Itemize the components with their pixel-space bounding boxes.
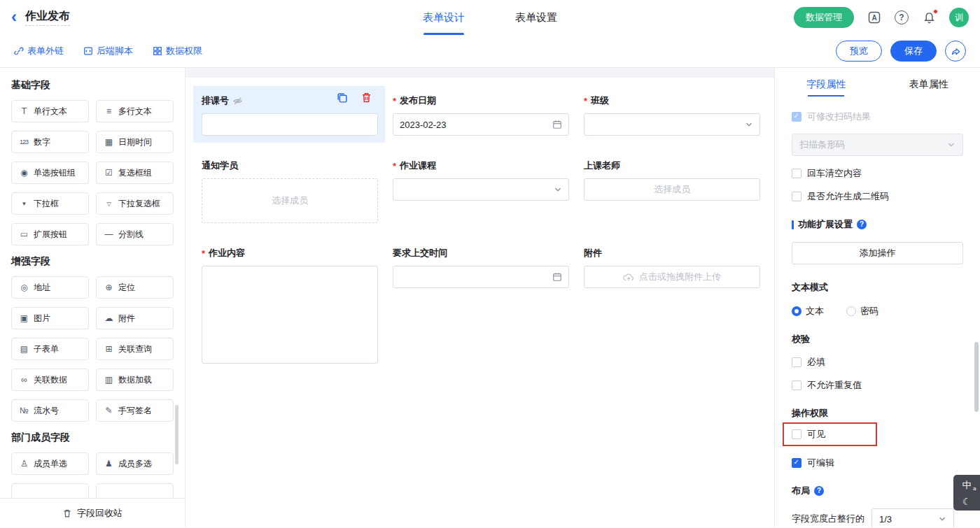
form-designer-app: ‹ 作业发布 表单设计 表单设置 数据管理 A ? 训 表单外链 [0, 0, 980, 528]
sidebar-item-label: 扩展按钮 [34, 229, 67, 241]
sidebar-item-related-data[interactable]: ∞关联数据 [11, 369, 89, 391]
add-operation-button[interactable]: 添加操作 [792, 242, 963, 264]
field-course-schedule-no[interactable]: 排课号 [202, 94, 378, 136]
input-placeholder: 选择成员 [272, 194, 308, 207]
section-title: 布局 [792, 485, 810, 497]
option-visible: 可见 [792, 428, 869, 441]
sidebar-item-address[interactable]: ◎地址 [11, 276, 89, 299]
section-title: 文本模式 [792, 281, 828, 294]
checkbox-editable[interactable] [792, 458, 802, 468]
tab-form-design[interactable]: 表单设计 [423, 0, 465, 35]
grid-icon [153, 46, 162, 56]
form-external-link[interactable]: 表单外链 [14, 45, 64, 57]
field-label: 排课号 [202, 94, 229, 107]
sidebar-item-radio-group[interactable]: ◉单选按钮组 [11, 162, 89, 184]
page-title[interactable]: 作业发布 [25, 9, 70, 26]
checkbox-modify-scan-result[interactable] [792, 112, 802, 122]
sidebar-item-subform[interactable]: ▤子表单 [11, 338, 89, 360]
sidebar-item-number[interactable]: 123数字 [11, 131, 89, 153]
notify-students-picker[interactable]: 选择成员 [202, 178, 378, 223]
field-label: 作业内容 [209, 247, 245, 259]
checkbox-visible[interactable] [792, 429, 802, 439]
field-attachment[interactable]: 附件 点击或拖拽附件上传 [584, 247, 760, 288]
tab-form-properties[interactable]: 表单属性 [878, 68, 980, 100]
backend-script-link[interactable]: 后端脚本 [83, 45, 133, 57]
field-due-time[interactable]: 要求上交时间 [393, 247, 569, 288]
translate-icon[interactable]: 中a [962, 480, 972, 490]
due-time-input[interactable] [393, 266, 569, 288]
homework-course-select[interactable] [393, 178, 569, 201]
tab-field-properties[interactable]: 字段属性 [775, 68, 878, 100]
sidebar-item-attachment[interactable]: ☁附件 [96, 307, 174, 329]
sidebar-item-single-line-text[interactable]: T单行文本 [11, 100, 89, 122]
checkbox-enter-clear[interactable] [792, 169, 802, 178]
preview-button[interactable]: 预览 [836, 41, 882, 62]
help-icon[interactable]: ? [857, 220, 867, 229]
sidebar-item-label: 多行文本 [118, 106, 152, 117]
sidebar-item-divider[interactable]: —分割线 [96, 223, 174, 245]
chevron-down-icon [554, 185, 562, 194]
save-button[interactable]: 保存 [890, 41, 937, 62]
sidebar-item-signature[interactable]: ✎手写签名 [96, 399, 174, 422]
sidebar-item-data-load[interactable]: ▥数据加载 [96, 369, 174, 391]
field-teacher[interactable]: 上课老师 选择成员 [584, 159, 760, 201]
radio-option-text[interactable]: 文本 [792, 305, 824, 317]
attachment-upload[interactable]: 点击或拖拽附件上传 [584, 266, 760, 288]
data-permission-link[interactable]: 数据权限 [153, 45, 202, 57]
option-label: 可见 [807, 428, 825, 441]
help-icon[interactable]: ? [895, 10, 909, 24]
sidebar-item-location[interactable]: ⊕定位 [96, 276, 174, 299]
sidebar-item-checkbox-group[interactable]: ☑复选框组 [96, 162, 174, 184]
checkbox-no-duplicate[interactable] [792, 380, 802, 390]
sidebar-item-image[interactable]: ▣图片 [11, 307, 89, 329]
copy-field-button[interactable] [336, 92, 348, 104]
field-homework-course[interactable]: *作业课程 [393, 159, 569, 201]
sidebar-item-datetime[interactable]: ▦日期时间 [96, 131, 174, 153]
share-button[interactable] [945, 41, 966, 62]
sidebar-item-multi-line-text[interactable]: ≡多行文本 [96, 100, 174, 122]
tab-form-properties-label: 表单属性 [909, 78, 948, 90]
back-icon[interactable]: ‹ [11, 8, 17, 25]
course-schedule-no-input[interactable] [202, 113, 378, 136]
help-icon[interactable]: ? [814, 486, 824, 496]
sidebar-item-related-query[interactable]: ⊞关联查询 [96, 338, 174, 360]
data-manage-button[interactable]: 数据管理 [794, 7, 854, 28]
scan-mode-select[interactable]: 扫描条形码 [792, 134, 963, 156]
text-icon: T [18, 106, 29, 116]
sidebar-item-member-single[interactable]: ♙成员单选 [11, 452, 89, 475]
field-library-sidebar: 基础字段 T单行文本 ≡多行文本 123数字 ▦日期时间 ◉单选按钮组 ☑复选框… [0, 68, 186, 527]
avatar[interactable]: 训 [949, 8, 969, 27]
checkbox-required[interactable] [792, 357, 802, 367]
sidebar-scrollbar[interactable] [175, 405, 178, 464]
sidebar-item-serial-number[interactable]: №流水号 [11, 399, 89, 422]
radio-option-password[interactable]: 密码 [846, 305, 878, 317]
panel-scrollbar[interactable] [974, 342, 979, 412]
field-notify-students[interactable]: 通知学员 选择成员 [202, 159, 378, 223]
radio-text[interactable] [792, 306, 802, 316]
sidebar-item-extend-button[interactable]: ▭扩展按钮 [11, 223, 89, 245]
radio-password[interactable] [846, 306, 856, 316]
publish-date-input[interactable]: 2023-02-23 [393, 113, 569, 136]
notification-bell-icon[interactable] [921, 10, 937, 25]
tab-form-settings[interactable]: 表单设置 [515, 0, 557, 35]
teacher-picker[interactable]: 选择成员 [584, 178, 760, 201]
svg-text:A: A [872, 14, 876, 22]
homework-content-textarea[interactable] [202, 266, 378, 364]
option-label: 可修改扫码结果 [807, 110, 871, 123]
field-homework-content[interactable]: *作业内容 [202, 247, 378, 364]
dark-mode-moon-icon[interactable]: ☾ [962, 497, 972, 506]
class-select[interactable] [584, 113, 760, 136]
language-icon[interactable]: A [867, 10, 882, 25]
field-recycle-bin[interactable]: 字段回收站 [0, 498, 185, 527]
sidebar-item-label: 数据加载 [118, 374, 152, 386]
checkbox-allow-qrcode[interactable] [792, 192, 802, 201]
option-label: 不允许重复值 [807, 379, 862, 392]
field-publish-date[interactable]: *发布日期 2023-02-23 [393, 94, 569, 136]
field-width-select[interactable]: 1/3 [872, 508, 954, 527]
sidebar-item-dropdown-multi[interactable]: ▽下拉复选框 [96, 192, 174, 215]
field-class[interactable]: *班级 [584, 94, 760, 136]
sidebar-item-dropdown[interactable]: ▼下拉框 [11, 192, 89, 215]
field-label: 班级 [591, 94, 609, 107]
delete-field-button[interactable] [360, 92, 372, 104]
sidebar-item-member-multi[interactable]: ♟成员多选 [96, 452, 174, 475]
